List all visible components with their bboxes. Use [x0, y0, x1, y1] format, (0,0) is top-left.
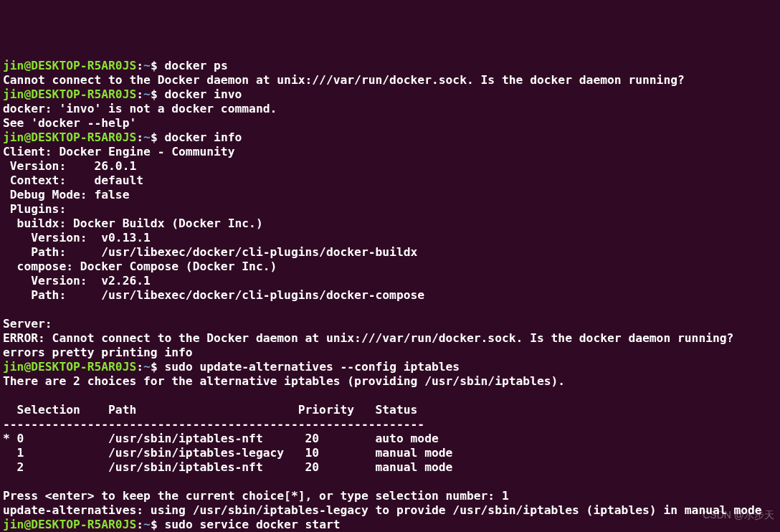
output-line: Cannot connect to the Docker daemon at u…	[3, 73, 777, 87]
output-line: Version: v2.26.1	[3, 274, 777, 288]
command-line[interactable]: jin@DESKTOP-R5AR0JS:~$ docker info	[3, 130, 777, 145]
prompt-dollar: $	[151, 360, 165, 374]
output-line	[3, 475, 777, 489]
output-line: Selection Path Priority Status	[3, 403, 777, 417]
prompt-colon: :	[136, 59, 143, 72]
terminal-output[interactable]: jin@DESKTOP-R5AR0JS:~$ docker psCannot c…	[3, 59, 777, 532]
output-line: There are 2 choices for the alternative …	[3, 374, 777, 389]
output-line: Path: /usr/libexec/docker/cli-plugins/do…	[3, 288, 777, 303]
prompt-path: ~	[143, 360, 151, 374]
command-text: docker ps	[164, 59, 227, 72]
output-line: ERROR: Cannot connect to the Docker daem…	[3, 331, 777, 346]
output-line: compose: Docker Compose (Docker Inc.)	[3, 260, 777, 274]
output-line: update-alternatives: using /usr/sbin/ipt…	[3, 503, 777, 518]
prompt-user: jin@DESKTOP-R5AR0JS	[3, 130, 136, 144]
output-line: buildx: Docker Buildx (Docker Inc.)	[3, 217, 777, 231]
prompt-path: ~	[143, 130, 151, 144]
output-line: See 'docker --help'	[3, 116, 777, 130]
output-line: Client: Docker Engine - Community	[3, 145, 777, 159]
output-line: ----------------------------------------…	[3, 417, 777, 432]
prompt-path: ~	[143, 87, 151, 101]
output-line	[3, 389, 777, 403]
output-line: * 0 /usr/sbin/iptables-nft 20 auto mode	[3, 432, 777, 446]
command-line[interactable]: jin@DESKTOP-R5AR0JS:~$ docker ps	[3, 59, 777, 73]
prompt-dollar: $	[151, 130, 165, 144]
output-line: Press <enter> to keep the current choice…	[3, 489, 777, 503]
prompt-user: jin@DESKTOP-R5AR0JS	[3, 360, 136, 374]
shell-prompt: jin@DESKTOP-R5AR0JS:~$	[3, 130, 164, 144]
output-line: errors pretty printing info	[3, 346, 777, 360]
shell-prompt: jin@DESKTOP-R5AR0JS:~$	[3, 360, 164, 374]
output-line: Debug Mode: false	[3, 188, 777, 202]
output-line: 1 /usr/sbin/iptables-legacy 10 manual mo…	[3, 446, 777, 460]
prompt-colon: :	[136, 130, 143, 144]
command-line[interactable]: jin@DESKTOP-R5AR0JS:~$ sudo service dock…	[3, 518, 777, 532]
command-line[interactable]: jin@DESKTOP-R5AR0JS:~$ docker invo	[3, 87, 777, 102]
output-line: Plugins:	[3, 202, 777, 217]
output-line: Context: default	[3, 174, 777, 188]
output-line: docker: 'invo' is not a docker command.	[3, 102, 777, 116]
prompt-user: jin@DESKTOP-R5AR0JS	[3, 87, 136, 101]
command-text: sudo update-alternatives --config iptabl…	[164, 360, 460, 374]
output-line: Version: 26.0.1	[3, 159, 777, 174]
prompt-user: jin@DESKTOP-R5AR0JS	[3, 59, 136, 72]
prompt-colon: :	[136, 360, 143, 374]
prompt-dollar: $	[151, 59, 165, 72]
prompt-colon: :	[136, 87, 143, 101]
command-text: docker invo	[164, 87, 242, 101]
prompt-path: ~	[143, 518, 151, 531]
shell-prompt: jin@DESKTOP-R5AR0JS:~$	[3, 87, 164, 101]
shell-prompt: jin@DESKTOP-R5AR0JS:~$	[3, 59, 164, 72]
output-line: 2 /usr/sbin/iptables-nft 20 manual mode	[3, 460, 777, 475]
shell-prompt: jin@DESKTOP-R5AR0JS:~$	[3, 518, 164, 531]
prompt-dollar: $	[151, 518, 165, 531]
prompt-colon: :	[136, 518, 143, 531]
command-text: sudo service docker start	[164, 518, 340, 531]
prompt-user: jin@DESKTOP-R5AR0JS	[3, 518, 136, 531]
output-line: Path: /usr/libexec/docker/cli-plugins/do…	[3, 245, 777, 260]
watermark: CSDN @水步天	[703, 508, 774, 522]
prompt-dollar: $	[151, 87, 165, 101]
command-line[interactable]: jin@DESKTOP-R5AR0JS:~$ sudo update-alter…	[3, 360, 777, 374]
output-line: Version: v0.13.1	[3, 231, 777, 245]
output-line	[3, 303, 777, 317]
command-text: docker info	[164, 130, 242, 144]
output-line: Server:	[3, 317, 777, 331]
prompt-path: ~	[143, 59, 151, 72]
